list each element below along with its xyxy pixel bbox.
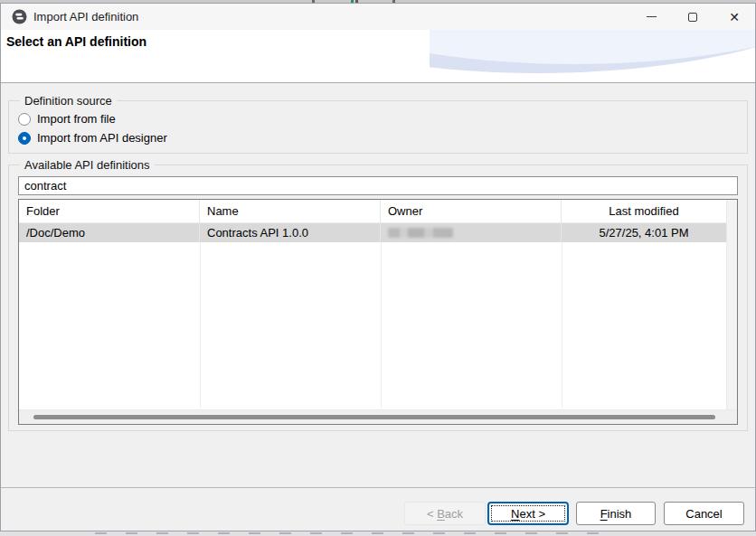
owner-redacted-blur bbox=[388, 228, 453, 238]
app-logo-icon bbox=[12, 9, 27, 24]
finish-button[interactable]: Finish bbox=[576, 502, 656, 525]
button-bar-divider bbox=[1, 487, 755, 488]
cell-last-modified: 5/27/25, 4:01 PM bbox=[562, 223, 726, 242]
maximize-button[interactable] bbox=[672, 4, 713, 30]
minimize-icon bbox=[647, 16, 657, 17]
radio-import-from-file[interactable]: Import from file bbox=[18, 109, 736, 128]
api-definitions-table: Folder Name Owner Last modified /Doc/Dem… bbox=[18, 199, 738, 425]
title-bar[interactable]: Import API definition ✕ bbox=[1, 4, 755, 30]
cell-name: Contracts API 1.0.0 bbox=[200, 223, 381, 242]
radio-off-icon[interactable] bbox=[18, 113, 31, 126]
definition-source-legend: Definition source bbox=[20, 93, 117, 108]
radio-import-from-api-designer[interactable]: Import from API designer bbox=[18, 128, 736, 147]
import-api-definition-dialog: Import API definition ✕ Select an API de… bbox=[0, 3, 756, 531]
next-button[interactable]: Next > bbox=[487, 502, 569, 525]
radio-label: Import from file bbox=[37, 112, 116, 126]
column-header-owner[interactable]: Owner bbox=[381, 200, 562, 222]
cancel-button[interactable]: Cancel bbox=[664, 502, 744, 525]
cell-owner bbox=[381, 223, 562, 242]
vertical-scrollbar-track[interactable] bbox=[726, 200, 737, 409]
definition-source-group: Definition source Import from file Impor… bbox=[8, 100, 748, 154]
radio-label: Import from API designer bbox=[37, 131, 167, 145]
column-header-last-modified[interactable]: Last modified bbox=[562, 200, 726, 222]
horizontal-scrollbar-thumb[interactable] bbox=[33, 415, 715, 419]
back-button: < Back bbox=[404, 502, 486, 525]
close-icon: ✕ bbox=[729, 10, 740, 24]
table-header-row: Folder Name Owner Last modified bbox=[19, 200, 726, 223]
page-title: Select an API definition bbox=[6, 34, 146, 49]
minimize-button[interactable] bbox=[630, 4, 672, 30]
column-header-folder[interactable]: Folder bbox=[19, 200, 200, 222]
available-api-definitions-group: Available API definitions Folder Name Ow… bbox=[8, 165, 748, 431]
radio-on-icon[interactable] bbox=[18, 132, 31, 145]
header-swoosh-decoration bbox=[430, 30, 755, 77]
maximize-icon bbox=[688, 13, 697, 22]
close-button[interactable]: ✕ bbox=[713, 4, 755, 30]
available-api-definitions-legend: Available API definitions bbox=[20, 157, 155, 173]
wizard-header: Select an API definition bbox=[1, 30, 755, 83]
table-row-selected[interactable]: /Doc/Demo Contracts API 1.0.0 5/27/25, 4… bbox=[19, 223, 726, 242]
column-header-name[interactable]: Name bbox=[200, 200, 381, 222]
filter-input[interactable] bbox=[18, 176, 738, 195]
background-window-sliver-bottom bbox=[0, 531, 756, 536]
cell-folder: /Doc/Demo bbox=[19, 223, 200, 242]
window-title: Import API definition bbox=[33, 4, 138, 30]
horizontal-scrollbar-track[interactable] bbox=[19, 409, 737, 424]
